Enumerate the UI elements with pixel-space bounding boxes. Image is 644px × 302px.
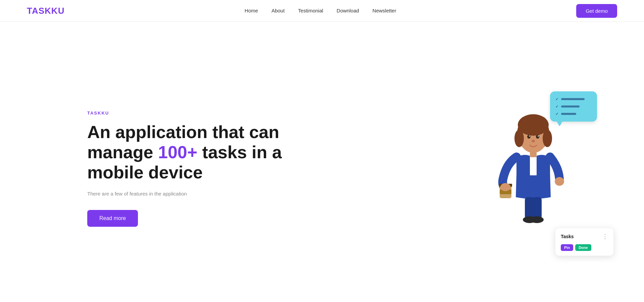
svg-point-4 xyxy=(543,130,552,147)
svg-point-9 xyxy=(532,140,535,142)
nav-newsletter[interactable]: Newsletter xyxy=(373,8,396,13)
hero-title-highlight: 100+ xyxy=(158,142,197,162)
bubble-bar-1 xyxy=(561,98,585,100)
navbar: TASKKU Home About Testimonial Download N… xyxy=(0,0,644,22)
nav-about[interactable]: About xyxy=(271,8,285,13)
hero-content: TASKKU An application that can manage 10… xyxy=(87,111,282,226)
nav-home[interactable]: Home xyxy=(245,8,258,13)
hero-visual: ✓ ✓ ✓ xyxy=(449,75,617,263)
nav-links: Home About Testimonial Download Newslett… xyxy=(245,8,396,14)
task-card-header: Tasks ⋮ xyxy=(561,233,608,240)
task-card-buttons: Pin Done xyxy=(561,244,608,251)
svg-point-5 xyxy=(527,135,531,139)
hero-section: TASKKU An application that can manage 10… xyxy=(0,22,644,302)
task-done-button[interactable]: Done xyxy=(575,244,591,251)
hero-title: An application that can manage 100+ task… xyxy=(87,122,282,182)
get-demo-button[interactable]: Get demo xyxy=(576,4,617,18)
logo-part1: TASK xyxy=(27,6,51,16)
svg-point-16 xyxy=(500,183,510,191)
task-card: Tasks ⋮ Pin Done xyxy=(555,228,614,256)
bubble-line-1: ✓ xyxy=(555,97,592,101)
task-card-title: Tasks xyxy=(561,234,574,239)
read-more-button[interactable]: Read more xyxy=(87,210,138,227)
svg-point-8 xyxy=(538,135,539,137)
svg-point-6 xyxy=(536,135,539,139)
svg-point-11 xyxy=(555,177,564,186)
hero-subtitle: There are a few of features in the appli… xyxy=(87,191,282,197)
logo-part2: KU xyxy=(51,6,65,16)
svg-rect-10 xyxy=(530,151,537,157)
character-illustration xyxy=(493,101,574,229)
svg-point-3 xyxy=(514,130,524,147)
nav-testimonial[interactable]: Testimonial xyxy=(298,8,323,13)
svg-point-20 xyxy=(530,216,544,223)
logo[interactable]: TASKKU xyxy=(27,6,64,16)
nav-download[interactable]: Download xyxy=(337,8,359,13)
svg-rect-18 xyxy=(532,197,542,219)
task-card-dots[interactable]: ⋮ xyxy=(602,233,608,240)
task-pin-button[interactable]: Pin xyxy=(561,244,573,251)
svg-point-7 xyxy=(529,135,530,137)
bubble-check-1: ✓ xyxy=(555,97,558,101)
hero-label: TASKKU xyxy=(87,111,282,116)
